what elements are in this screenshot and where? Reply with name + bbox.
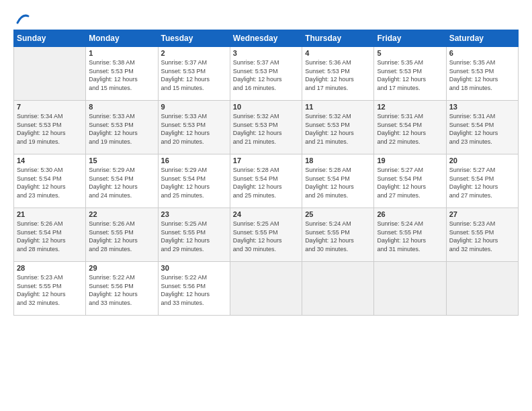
day-number: 25: [305, 210, 371, 218]
calendar-cell: 24Sunrise: 5:25 AM Sunset: 5:55 PM Dayli…: [230, 208, 302, 262]
calendar-cell: [446, 262, 518, 316]
calendar-header-wednesday: Wednesday: [230, 30, 302, 47]
day-number: 12: [377, 103, 443, 111]
day-number: 14: [17, 156, 83, 165]
calendar-cell: 6Sunrise: 5:35 AM Sunset: 5:53 PM Daylig…: [446, 47, 518, 101]
day-info: Sunrise: 5:30 AM Sunset: 5:54 PM Dayligh…: [17, 166, 83, 199]
day-info: Sunrise: 5:38 AM Sunset: 5:53 PM Dayligh…: [89, 58, 154, 92]
calendar-cell: [14, 47, 86, 101]
calendar-cell: 2Sunrise: 5:37 AM Sunset: 5:53 PM Daylig…: [158, 47, 230, 101]
calendar-header-friday: Friday: [374, 30, 446, 47]
calendar-week-5: 28Sunrise: 5:23 AM Sunset: 5:55 PM Dayli…: [14, 262, 519, 316]
calendar-cell: 20Sunrise: 5:27 AM Sunset: 5:54 PM Dayli…: [446, 154, 518, 208]
day-number: 18: [305, 156, 371, 165]
calendar-cell: 3Sunrise: 5:37 AM Sunset: 5:53 PM Daylig…: [230, 47, 302, 101]
day-info: Sunrise: 5:33 AM Sunset: 5:53 PM Dayligh…: [89, 112, 154, 146]
day-info: Sunrise: 5:31 AM Sunset: 5:54 PM Dayligh…: [449, 112, 515, 146]
calendar-cell: 18Sunrise: 5:28 AM Sunset: 5:54 PM Dayli…: [302, 154, 374, 208]
day-number: 17: [233, 156, 299, 165]
calendar-header-row: SundayMondayTuesdayWednesdayThursdayFrid…: [14, 30, 519, 47]
calendar-cell: 22Sunrise: 5:26 AM Sunset: 5:55 PM Dayli…: [86, 208, 158, 262]
calendar-cell: 7Sunrise: 5:34 AM Sunset: 5:53 PM Daylig…: [14, 101, 86, 154]
day-number: 1: [89, 49, 154, 57]
day-number: 23: [161, 210, 227, 218]
day-number: 24: [233, 210, 299, 218]
day-number: 10: [233, 103, 299, 111]
calendar-week-3: 14Sunrise: 5:30 AM Sunset: 5:54 PM Dayli…: [14, 154, 519, 208]
calendar-cell: 1Sunrise: 5:38 AM Sunset: 5:53 PM Daylig…: [86, 47, 158, 101]
day-info: Sunrise: 5:28 AM Sunset: 5:54 PM Dayligh…: [233, 166, 299, 199]
page: SundayMondayTuesdayWednesdayThursdayFrid…: [0, 0, 532, 411]
day-info: Sunrise: 5:26 AM Sunset: 5:55 PM Dayligh…: [89, 220, 154, 253]
day-info: Sunrise: 5:27 AM Sunset: 5:54 PM Dayligh…: [449, 166, 515, 199]
calendar-week-4: 21Sunrise: 5:26 AM Sunset: 5:54 PM Dayli…: [14, 208, 519, 262]
day-number: 5: [377, 49, 443, 57]
header: [13, 11, 519, 26]
day-info: Sunrise: 5:29 AM Sunset: 5:54 PM Dayligh…: [89, 166, 154, 199]
day-number: 30: [161, 264, 227, 272]
calendar-cell: 10Sunrise: 5:32 AM Sunset: 5:53 PM Dayli…: [230, 101, 302, 154]
calendar-cell: 4Sunrise: 5:36 AM Sunset: 5:53 PM Daylig…: [302, 47, 374, 101]
day-number: 2: [161, 49, 227, 57]
day-info: Sunrise: 5:32 AM Sunset: 5:53 PM Dayligh…: [305, 112, 371, 146]
day-info: Sunrise: 5:29 AM Sunset: 5:54 PM Dayligh…: [161, 166, 227, 199]
day-info: Sunrise: 5:23 AM Sunset: 5:55 PM Dayligh…: [449, 220, 515, 253]
day-number: 16: [161, 156, 227, 165]
day-number: 11: [305, 103, 371, 111]
logo: [13, 11, 30, 26]
day-info: Sunrise: 5:32 AM Sunset: 5:53 PM Dayligh…: [233, 112, 299, 146]
day-number: 3: [233, 49, 299, 57]
calendar: SundayMondayTuesdayWednesdayThursdayFrid…: [13, 30, 519, 316]
calendar-cell: 17Sunrise: 5:28 AM Sunset: 5:54 PM Dayli…: [230, 154, 302, 208]
day-info: Sunrise: 5:27 AM Sunset: 5:54 PM Dayligh…: [377, 166, 443, 199]
day-number: 26: [377, 210, 443, 218]
calendar-header-thursday: Thursday: [302, 30, 374, 47]
day-info: Sunrise: 5:24 AM Sunset: 5:55 PM Dayligh…: [377, 220, 443, 253]
day-info: Sunrise: 5:25 AM Sunset: 5:55 PM Dayligh…: [161, 220, 227, 253]
calendar-cell: [302, 262, 374, 316]
calendar-cell: 5Sunrise: 5:35 AM Sunset: 5:53 PM Daylig…: [374, 47, 446, 101]
calendar-header-sunday: Sunday: [14, 30, 86, 47]
calendar-header-tuesday: Tuesday: [158, 30, 230, 47]
day-number: 8: [89, 103, 154, 111]
calendar-week-1: 1Sunrise: 5:38 AM Sunset: 5:53 PM Daylig…: [14, 47, 519, 101]
day-number: 15: [89, 156, 154, 165]
day-number: 27: [449, 210, 515, 218]
calendar-cell: 8Sunrise: 5:33 AM Sunset: 5:53 PM Daylig…: [86, 101, 158, 154]
calendar-cell: 15Sunrise: 5:29 AM Sunset: 5:54 PM Dayli…: [86, 154, 158, 208]
day-info: Sunrise: 5:37 AM Sunset: 5:53 PM Dayligh…: [233, 58, 299, 92]
calendar-cell: 16Sunrise: 5:29 AM Sunset: 5:54 PM Dayli…: [158, 154, 230, 208]
day-info: Sunrise: 5:37 AM Sunset: 5:53 PM Dayligh…: [161, 58, 227, 92]
calendar-header-monday: Monday: [86, 30, 158, 47]
day-info: Sunrise: 5:28 AM Sunset: 5:54 PM Dayligh…: [305, 166, 371, 199]
day-info: Sunrise: 5:24 AM Sunset: 5:55 PM Dayligh…: [305, 220, 371, 253]
calendar-cell: 9Sunrise: 5:33 AM Sunset: 5:53 PM Daylig…: [158, 101, 230, 154]
day-number: 19: [377, 156, 443, 165]
day-number: 4: [305, 49, 371, 57]
calendar-cell: 27Sunrise: 5:23 AM Sunset: 5:55 PM Dayli…: [446, 208, 518, 262]
day-number: 29: [89, 264, 154, 272]
day-info: Sunrise: 5:23 AM Sunset: 5:55 PM Dayligh…: [17, 273, 83, 307]
day-info: Sunrise: 5:25 AM Sunset: 5:55 PM Dayligh…: [233, 220, 299, 253]
calendar-cell: 26Sunrise: 5:24 AM Sunset: 5:55 PM Dayli…: [374, 208, 446, 262]
calendar-cell: 13Sunrise: 5:31 AM Sunset: 5:54 PM Dayli…: [446, 101, 518, 154]
day-info: Sunrise: 5:22 AM Sunset: 5:56 PM Dayligh…: [161, 273, 227, 307]
calendar-header-saturday: Saturday: [446, 30, 518, 47]
day-number: 9: [161, 103, 227, 111]
day-number: 21: [17, 210, 83, 218]
calendar-cell: 28Sunrise: 5:23 AM Sunset: 5:55 PM Dayli…: [14, 262, 86, 316]
calendar-cell: 25Sunrise: 5:24 AM Sunset: 5:55 PM Dayli…: [302, 208, 374, 262]
day-info: Sunrise: 5:26 AM Sunset: 5:54 PM Dayligh…: [17, 220, 83, 253]
calendar-week-2: 7Sunrise: 5:34 AM Sunset: 5:53 PM Daylig…: [14, 101, 519, 154]
calendar-cell: 23Sunrise: 5:25 AM Sunset: 5:55 PM Dayli…: [158, 208, 230, 262]
day-info: Sunrise: 5:34 AM Sunset: 5:53 PM Dayligh…: [17, 112, 83, 146]
calendar-cell: 21Sunrise: 5:26 AM Sunset: 5:54 PM Dayli…: [14, 208, 86, 262]
calendar-cell: [230, 262, 302, 316]
calendar-cell: 30Sunrise: 5:22 AM Sunset: 5:56 PM Dayli…: [158, 262, 230, 316]
day-info: Sunrise: 5:35 AM Sunset: 5:53 PM Dayligh…: [377, 58, 443, 92]
day-number: 6: [449, 49, 515, 57]
calendar-cell: 14Sunrise: 5:30 AM Sunset: 5:54 PM Dayli…: [14, 154, 86, 208]
day-info: Sunrise: 5:33 AM Sunset: 5:53 PM Dayligh…: [161, 112, 227, 146]
day-info: Sunrise: 5:22 AM Sunset: 5:56 PM Dayligh…: [89, 273, 154, 307]
calendar-cell: 11Sunrise: 5:32 AM Sunset: 5:53 PM Dayli…: [302, 101, 374, 154]
